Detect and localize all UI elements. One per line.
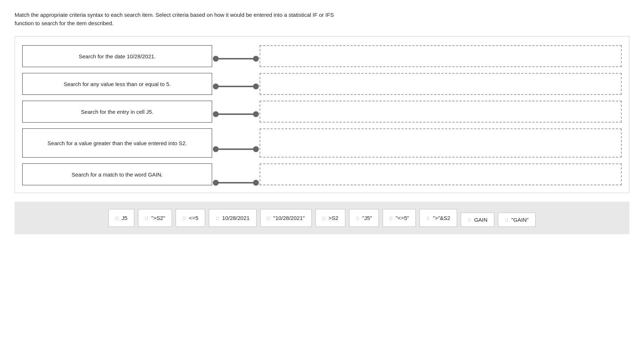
answer-label-11: "GAIN" bbox=[511, 217, 529, 223]
left-column: Search for the date 10/28/2021. Search f… bbox=[22, 45, 212, 185]
drag-handle-icon: :: bbox=[505, 217, 508, 222]
right-column bbox=[260, 45, 622, 185]
answer-item-10[interactable]: :: GAIN bbox=[461, 213, 494, 227]
drag-handle-icon: :: bbox=[468, 217, 471, 222]
answer-label-9: ">"&S2 bbox=[433, 215, 451, 221]
drop-zone-4[interactable] bbox=[260, 128, 622, 158]
drag-handle-icon: :: bbox=[115, 215, 119, 221]
answer-item-6[interactable]: :: >S2 bbox=[315, 209, 345, 227]
drag-handle-icon: :: bbox=[390, 215, 393, 221]
svg-point-14 bbox=[253, 180, 259, 186]
left-item-2: Search for any value less than or equal … bbox=[22, 73, 212, 95]
answer-label-7: "J5" bbox=[362, 215, 372, 221]
answer-label-6: >S2 bbox=[329, 215, 338, 221]
drag-handle-icon: :: bbox=[267, 215, 271, 221]
instructions-text: Match the appropriate criteria syntax to… bbox=[15, 11, 343, 27]
svg-point-5 bbox=[253, 84, 259, 89]
answer-label-4: 10/28/2021 bbox=[222, 215, 250, 221]
answer-label-5: "10/28/2021" bbox=[273, 215, 305, 221]
answer-row-2: :: GAIN :: "GAIN" bbox=[461, 213, 535, 227]
drag-handle-icon: :: bbox=[356, 215, 359, 221]
answer-bank: :: J5 :: ">S2" :: <=5 :: 10/28/2021 :: "… bbox=[15, 202, 629, 234]
answer-item-1[interactable]: :: J5 bbox=[108, 209, 134, 227]
answer-item-8[interactable]: :: "<=5" bbox=[383, 209, 416, 227]
answer-item-9[interactable]: :: ">"&S2 bbox=[419, 209, 457, 227]
drop-zone-1[interactable] bbox=[260, 45, 622, 67]
drop-zone-5[interactable] bbox=[260, 163, 622, 185]
drag-handle-icon: :: bbox=[145, 215, 148, 221]
connectors-svg bbox=[212, 45, 260, 185]
svg-point-8 bbox=[253, 111, 259, 117]
drag-handle-icon: :: bbox=[426, 215, 430, 221]
svg-point-2 bbox=[253, 56, 259, 62]
drop-zone-2[interactable] bbox=[260, 73, 622, 95]
main-container: Search for the date 10/28/2021. Search f… bbox=[15, 36, 629, 193]
answer-label-2: ">S2" bbox=[151, 215, 165, 221]
left-item-1: Search for the date 10/28/2021. bbox=[22, 45, 212, 67]
answer-item-2[interactable]: :: ">S2" bbox=[138, 209, 172, 227]
answer-row-1: :: J5 :: ">S2" :: <=5 :: 10/28/2021 :: "… bbox=[108, 209, 457, 227]
answer-label-3: <=5 bbox=[189, 215, 198, 221]
drag-handle-icon: :: bbox=[183, 215, 186, 221]
drag-handle-icon: :: bbox=[322, 215, 326, 221]
answer-label-1: J5 bbox=[122, 215, 127, 221]
left-item-4: Search for a value greater than the valu… bbox=[22, 128, 212, 158]
answer-label-8: "<=5" bbox=[396, 215, 409, 221]
left-item-3: Search for the entry in cell J5. bbox=[22, 101, 212, 123]
left-item-5: Search for a match to the word GAIN. bbox=[22, 163, 212, 185]
answer-item-5[interactable]: :: "10/28/2021" bbox=[260, 209, 312, 227]
answer-item-4[interactable]: :: 10/28/2021 bbox=[209, 209, 256, 227]
drop-zone-3[interactable] bbox=[260, 101, 622, 123]
answer-item-7[interactable]: :: "J5" bbox=[349, 209, 379, 227]
svg-point-11 bbox=[253, 146, 259, 152]
answer-item-3[interactable]: :: <=5 bbox=[176, 209, 205, 227]
answer-item-11[interactable]: :: "GAIN" bbox=[498, 213, 536, 227]
answer-label-10: GAIN bbox=[474, 217, 488, 223]
drag-handle-icon: :: bbox=[216, 215, 219, 221]
